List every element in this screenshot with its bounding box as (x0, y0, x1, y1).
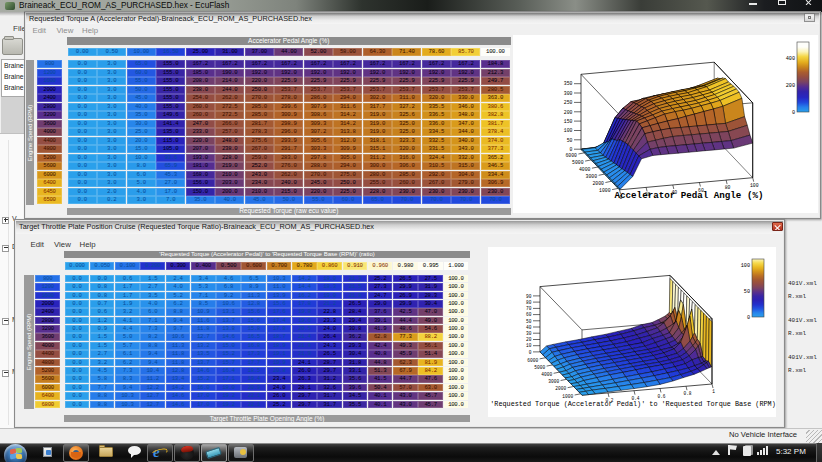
svg-text:90: 90 (526, 294, 532, 299)
svg-text:0: 0 (792, 110, 795, 116)
svg-text:Accelerator Pedal Angle (%): Accelerator Pedal Angle (%) (615, 190, 764, 201)
svg-text:10: 10 (526, 343, 532, 348)
svg-text:5000: 5000 (534, 365, 545, 370)
svg-text:6000: 6000 (527, 358, 538, 363)
svg-text:4000: 4000 (541, 372, 552, 377)
svg-text:5000: 5000 (572, 160, 584, 165)
svg-text:3000: 3000 (586, 174, 598, 179)
svg-text:20: 20 (526, 337, 532, 342)
svg-text:300: 300 (564, 91, 573, 96)
svg-text:350: 350 (564, 81, 573, 86)
svg-text:1: 1 (712, 389, 715, 394)
svg-text:100: 100 (741, 263, 750, 269)
svg-text:100: 100 (564, 128, 573, 133)
svg-text:0.6: 0.6 (657, 394, 665, 399)
svg-text:60: 60 (526, 312, 532, 317)
svg-text:250: 250 (564, 100, 573, 105)
svg-text:1000: 1000 (599, 188, 611, 193)
svg-text:40: 40 (526, 325, 532, 330)
svg-text:400: 400 (786, 56, 795, 62)
svg-text:50: 50 (744, 289, 750, 295)
svg-text:200: 200 (786, 83, 795, 89)
svg-text:'Requested Torque (Accelerator: 'Requested Torque (Accelerator Pedal)' t… (490, 400, 776, 408)
svg-text:50: 50 (567, 138, 573, 143)
svg-text:30: 30 (526, 331, 532, 336)
svg-text:1000: 1000 (562, 394, 573, 399)
svg-text:80: 80 (526, 300, 532, 305)
svg-text:0.8: 0.8 (683, 391, 691, 396)
svg-text:2000: 2000 (555, 386, 566, 391)
svg-text:0: 0 (529, 350, 532, 355)
svg-text:4000: 4000 (579, 167, 591, 172)
svg-text:150: 150 (564, 119, 573, 124)
svg-text:6000: 6000 (565, 153, 577, 158)
svg-text:200: 200 (564, 110, 573, 115)
svg-text:100: 100 (750, 183, 759, 188)
svg-text:70: 70 (526, 306, 532, 311)
svg-text:2000: 2000 (592, 181, 604, 186)
svg-text:50: 50 (526, 319, 532, 324)
svg-text:3000: 3000 (548, 379, 559, 384)
svg-text:0: 0 (570, 147, 573, 152)
svg-text:0: 0 (747, 315, 750, 321)
